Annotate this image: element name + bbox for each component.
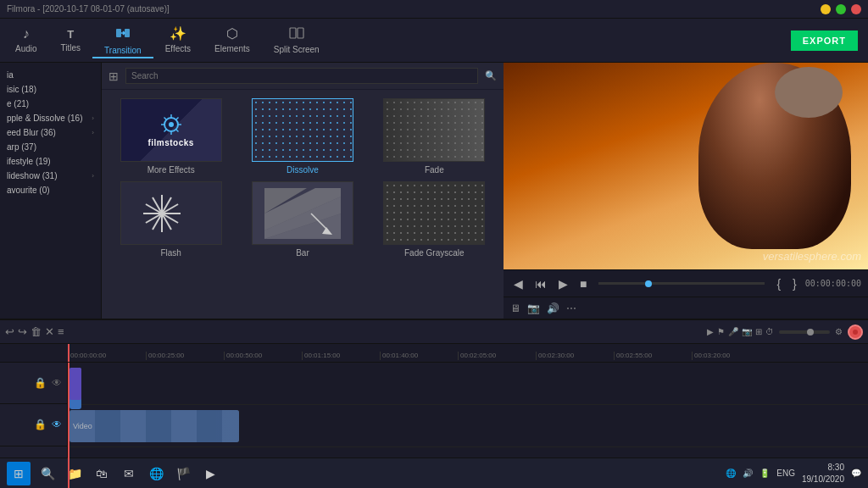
record-button[interactable] bbox=[848, 324, 863, 340]
preview-bottom-bar: 🖥 📷 🔊 ⋯ bbox=[504, 297, 868, 319]
maximize-button[interactable] bbox=[836, 4, 846, 14]
sidebar-item-basic[interactable]: isic (18) bbox=[0, 82, 101, 97]
delete-button[interactable]: 🗑 bbox=[31, 325, 42, 338]
preview-volume-icon[interactable]: 🔊 bbox=[547, 302, 559, 314]
transition-more-effects[interactable]: filmstocks More Effects bbox=[108, 98, 233, 175]
start-button[interactable]: ⊞ bbox=[7, 462, 31, 485]
sidebar-item-speedblur[interactable]: eed Blur (36) › bbox=[0, 125, 101, 140]
lock-icon[interactable]: 🔒 bbox=[34, 419, 47, 430]
transition-fade-grayscale[interactable]: Fade Grayscale bbox=[372, 181, 497, 258]
transition-fade-label: Fade bbox=[425, 165, 444, 175]
transition-thumb-dissolve bbox=[252, 98, 353, 162]
preview-settings-icon[interactable]: ⋯ bbox=[566, 302, 576, 314]
taskbar-network-icon[interactable]: 🌐 bbox=[726, 469, 736, 478]
mic-icon[interactable]: 🎤 bbox=[728, 327, 738, 336]
taskbar-mail[interactable]: ✉ bbox=[117, 462, 141, 485]
taskbar-battery-icon[interactable]: 🔋 bbox=[760, 469, 770, 478]
bracket-end-button[interactable]: } bbox=[789, 275, 800, 292]
purple-clip[interactable] bbox=[70, 368, 81, 400]
chevron-right-icon: › bbox=[92, 129, 94, 136]
remove-button[interactable]: ✕ bbox=[45, 325, 54, 338]
sidebar-item-slideshow[interactable]: lideshow (31) › bbox=[0, 169, 101, 183]
taskbar-app[interactable]: ▶ bbox=[198, 462, 222, 485]
title-bar: Filmora - [2020-10-17 08-01-07 (autosave… bbox=[0, 0, 868, 19]
taskbar-chrome[interactable]: 🌐 bbox=[144, 462, 168, 485]
minimize-button[interactable] bbox=[821, 4, 831, 14]
transition-bar[interactable]: Bar bbox=[240, 181, 364, 258]
step-back-button[interactable]: ⏮ bbox=[531, 275, 550, 292]
sidebar-item-lifestyle[interactable]: ifestyle (19) bbox=[0, 154, 101, 169]
taskbar-search[interactable]: 🔍 bbox=[36, 462, 59, 485]
sidebar-item-3d[interactable]: e (21) bbox=[0, 97, 101, 111]
stop-button[interactable]: ■ bbox=[576, 275, 590, 292]
transition-flash[interactable]: Flash bbox=[108, 181, 233, 258]
list-button[interactable]: ≡ bbox=[58, 325, 64, 338]
taskbar-store[interactable]: 🛍 bbox=[90, 462, 114, 485]
svg-line-12 bbox=[175, 118, 178, 120]
close-button[interactable] bbox=[851, 4, 861, 14]
taskbar-clock[interactable]: 8:30 19/10/2020 bbox=[802, 462, 844, 485]
transition-fade[interactable]: Fade bbox=[372, 98, 497, 175]
preview-camera-icon[interactable]: 📷 bbox=[527, 302, 540, 314]
sidebar-item-all[interactable]: ia bbox=[0, 68, 101, 82]
preview-controls: ◀ ⏮ ▶ ■ { } 00:00:00:00 bbox=[504, 269, 868, 297]
preview-panel: versatilesphere.com ◀ ⏮ ▶ ■ { } 00:00:00… bbox=[504, 63, 868, 319]
nav-transition[interactable]: Transition bbox=[92, 23, 153, 58]
nav-splitscreen[interactable]: Split Screen bbox=[262, 24, 331, 58]
undo-button[interactable]: ↩ bbox=[5, 325, 14, 338]
nav-elements[interactable]: ⬡ Elements bbox=[203, 24, 262, 57]
preview-screenshot-icon[interactable]: 🖥 bbox=[510, 302, 520, 314]
eye-icon[interactable]: 👁 bbox=[52, 377, 62, 389]
grid-small-icon[interactable]: ⊞ bbox=[755, 327, 762, 336]
taskbar-notification-icon[interactable]: 💬 bbox=[851, 469, 861, 478]
sidebar-item-dissolve[interactable]: pple & Dissolve (16) › bbox=[0, 111, 101, 125]
play-icon-small[interactable]: ▶ bbox=[707, 327, 714, 336]
nav-titles[interactable]: T Titles bbox=[49, 25, 93, 56]
nav-elements-label: Elements bbox=[214, 44, 250, 53]
chevron-right-icon: › bbox=[92, 114, 94, 122]
taskbar: ⊞ 🔍 📁 🛍 ✉ 🌐 🏴 ▶ 🌐 🔊 🔋 ENG 8:30 19/10/202… bbox=[0, 458, 868, 488]
splitscreen-icon bbox=[289, 27, 304, 42]
nav-effects[interactable]: ✨ Effects bbox=[153, 24, 203, 57]
grid-view-icon[interactable]: ⊞ bbox=[108, 69, 119, 83]
ruler-mark-4: 00:01:40:00 bbox=[380, 352, 458, 360]
camera-small-icon[interactable]: 📷 bbox=[742, 327, 752, 336]
sidebar-item-favourite[interactable]: avourite (0) bbox=[0, 183, 101, 197]
zoom-bar[interactable] bbox=[779, 330, 830, 334]
lock-icon[interactable]: 🔒 bbox=[34, 377, 47, 389]
timeline-tool-group: ↩ ↪ 🗑 ✕ ≡ bbox=[5, 325, 64, 338]
taskbar-lang[interactable]: ENG bbox=[776, 469, 795, 478]
nav-effects-label: Effects bbox=[165, 44, 191, 53]
settings-icon[interactable]: ⚙ bbox=[835, 327, 843, 336]
track-ctrl-video: 🔒 👁 bbox=[0, 404, 67, 446]
video-clip[interactable]: Video bbox=[70, 410, 239, 442]
zoom-indicator bbox=[807, 329, 814, 336]
progress-indicator bbox=[645, 280, 652, 287]
taskbar-files[interactable]: 📁 bbox=[63, 462, 86, 485]
track-row-video: Video bbox=[68, 405, 868, 447]
nav-audio[interactable]: ♪ Audio bbox=[3, 24, 49, 57]
watermark-text: versatilesphere.com bbox=[763, 250, 861, 263]
track-playhead bbox=[68, 363, 70, 488]
play-button[interactable]: ▶ bbox=[555, 275, 571, 292]
titles-icon: T bbox=[67, 29, 74, 40]
timeline-right-controls: ▶ ⚑ 🎤 📷 ⊞ ⏱ ⚙ bbox=[707, 324, 863, 340]
bracket-start-button[interactable]: { bbox=[773, 275, 784, 292]
flag-icon[interactable]: ⚑ bbox=[717, 327, 725, 336]
transition-dissolve[interactable]: Dissolve bbox=[240, 98, 364, 175]
playhead[interactable] bbox=[68, 344, 70, 362]
progress-bar[interactable] bbox=[598, 282, 765, 285]
taskbar-flag[interactable]: 🏴 bbox=[171, 462, 195, 485]
rewind-button[interactable]: ◀ bbox=[510, 275, 526, 292]
svg-line-13 bbox=[164, 130, 166, 132]
eye-icon[interactable]: 👁 bbox=[52, 419, 62, 430]
taskbar-volume-icon[interactable]: 🔊 bbox=[743, 469, 753, 478]
export-button[interactable]: EXPORT bbox=[791, 30, 858, 51]
clock-icon[interactable]: ⏱ bbox=[765, 327, 774, 336]
redo-button[interactable]: ↪ bbox=[18, 325, 27, 338]
sidebar-item-warp[interactable]: arp (37) bbox=[0, 140, 101, 154]
search-input[interactable] bbox=[125, 68, 478, 84]
sidebar: ia isic (18) e (21) pple & Dissolve (16)… bbox=[0, 63, 102, 319]
window-controls[interactable] bbox=[821, 4, 861, 14]
nav-bar: ♪ Audio T Titles Transition ✨ Effects ⬡ … bbox=[0, 19, 868, 63]
